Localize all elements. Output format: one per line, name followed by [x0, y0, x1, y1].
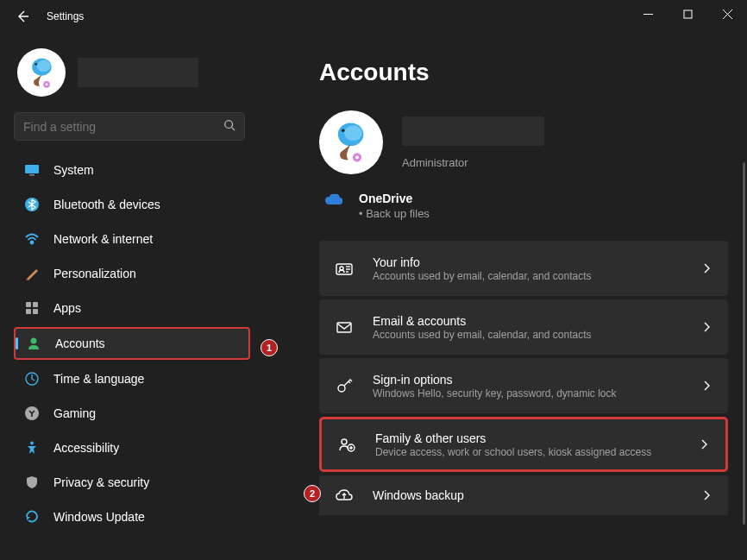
gaming-icon	[24, 406, 40, 421]
shield-icon	[24, 475, 40, 490]
card-title: Family & other users	[375, 431, 679, 445]
bluetooth-icon	[24, 197, 40, 212]
svg-point-35	[342, 439, 347, 444]
svg-rect-17	[26, 309, 31, 314]
chevron-right-icon	[700, 262, 712, 274]
sidebar-item-label: Apps	[53, 301, 81, 315]
profile-name-redacted	[402, 116, 544, 146]
svg-point-34	[338, 385, 345, 392]
chevron-right-icon	[700, 489, 712, 501]
svg-rect-1	[684, 10, 692, 18]
search-box[interactable]	[14, 112, 245, 141]
sidebar-item-accessibility[interactable]: Accessibility	[14, 432, 250, 463]
card-your-info[interactable]: Your info Accounts used by email, calend…	[319, 241, 728, 296]
card-sub: Accounts used by email, calendar, and co…	[373, 329, 681, 341]
card-sub: Device access, work or school users, kio…	[375, 446, 679, 458]
card-family-other-users[interactable]: Family & other users Device access, work…	[319, 417, 728, 472]
mail-icon	[335, 318, 354, 337]
sidebar-item-apps[interactable]: Apps	[14, 293, 250, 324]
card-signin-options[interactable]: Sign-in options Windows Hello, security …	[319, 358, 728, 413]
svg-line-10	[232, 128, 235, 131]
key-icon	[335, 376, 354, 395]
user-role: Administrator	[402, 156, 544, 169]
main-content: Accounts Administrator OneDrive Back up …	[259, 33, 747, 560]
svg-point-24	[345, 126, 363, 142]
svg-point-27	[355, 156, 359, 160]
sidebar-item-label: Personalization	[53, 267, 136, 280]
svg-point-19	[31, 338, 37, 344]
sidebar-item-privacy[interactable]: Privacy & security	[14, 467, 250, 498]
card-email-accounts[interactable]: Email & accounts Accounts used by email,…	[319, 299, 728, 355]
sidebar-item-gaming[interactable]: Gaming	[14, 398, 250, 429]
sidebar-item-label: System	[53, 163, 94, 177]
svg-rect-33	[337, 323, 351, 332]
sidebar: System Bluetooth & devices Network & int…	[0, 33, 259, 560]
wifi-icon	[24, 231, 40, 247]
svg-rect-11	[25, 165, 39, 173]
page-title: Accounts	[319, 59, 728, 86]
annotation-1: 1	[261, 339, 278, 356]
maximize-button[interactable]	[668, 0, 707, 28]
card-title: Sign-in options	[373, 373, 681, 387]
scrollbar[interactable]	[743, 162, 745, 525]
annotation-2: 2	[304, 485, 321, 502]
sidebar-item-label: Network & internet	[53, 232, 153, 246]
svg-rect-15	[26, 302, 31, 307]
onedrive-title: OneDrive	[359, 192, 430, 205]
sidebar-item-label: Accounts	[55, 337, 105, 350]
sidebar-item-accounts[interactable]: Accounts	[14, 327, 250, 360]
update-icon	[24, 509, 40, 525]
sidebar-item-label: Windows Update	[53, 510, 145, 524]
svg-point-14	[31, 242, 34, 244]
svg-point-8	[45, 83, 47, 85]
svg-point-25	[342, 129, 345, 133]
sidebar-item-bluetooth[interactable]: Bluetooth & devices	[14, 189, 250, 220]
window-controls	[628, 0, 747, 28]
sidebar-item-system[interactable]: System	[14, 154, 250, 186]
chevron-right-icon	[700, 380, 712, 392]
clock-globe-icon	[24, 371, 40, 387]
user-name-redacted	[78, 58, 198, 87]
onedrive-row[interactable]: OneDrive Back up files	[319, 192, 728, 220]
profile-row: Administrator	[319, 110, 728, 174]
people-add-icon	[337, 435, 356, 454]
close-button[interactable]	[707, 0, 747, 28]
chevron-right-icon	[698, 438, 710, 450]
minimize-button[interactable]	[628, 0, 668, 28]
avatar-large	[319, 110, 383, 174]
card-title: Your info	[373, 255, 681, 269]
svg-rect-16	[33, 302, 38, 307]
svg-rect-12	[29, 174, 35, 176]
card-windows-backup[interactable]: Windows backup	[319, 475, 728, 515]
card-sub: Windows Hello, security key, password, d…	[373, 387, 681, 400]
sidebar-item-label: Gaming	[53, 406, 96, 420]
sidebar-item-label: Privacy & security	[53, 475, 149, 489]
person-icon	[26, 336, 41, 351]
accessibility-icon	[24, 440, 40, 456]
svg-point-9	[225, 121, 233, 129]
paintbrush-icon	[24, 266, 40, 281]
svg-point-22	[30, 442, 34, 445]
card-sub: Accounts used by email, calendar, and co…	[373, 270, 681, 282]
sidebar-item-network[interactable]: Network & internet	[14, 223, 250, 255]
apps-icon	[24, 300, 40, 316]
search-input[interactable]	[23, 120, 223, 134]
sidebar-item-personalization[interactable]: Personalization	[14, 258, 250, 289]
chevron-right-icon	[700, 321, 712, 333]
card-title: Windows backup	[373, 488, 681, 502]
sidebar-item-time[interactable]: Time & language	[14, 363, 250, 394]
sidebar-item-update[interactable]: Windows Update	[14, 501, 250, 532]
svg-rect-18	[33, 309, 38, 314]
sidebar-item-label: Bluetooth & devices	[53, 198, 160, 211]
display-icon	[24, 162, 40, 178]
sidebar-item-label: Time & language	[53, 372, 144, 386]
user-block[interactable]	[14, 41, 250, 112]
search-icon	[223, 119, 235, 134]
backup-icon	[335, 486, 354, 505]
back-button[interactable]	[16, 9, 29, 23]
svg-point-6	[35, 63, 37, 66]
card-title: Email & accounts	[373, 314, 681, 328]
id-card-icon	[335, 259, 354, 278]
avatar-small	[17, 48, 66, 97]
onedrive-sub: Back up files	[359, 207, 430, 220]
